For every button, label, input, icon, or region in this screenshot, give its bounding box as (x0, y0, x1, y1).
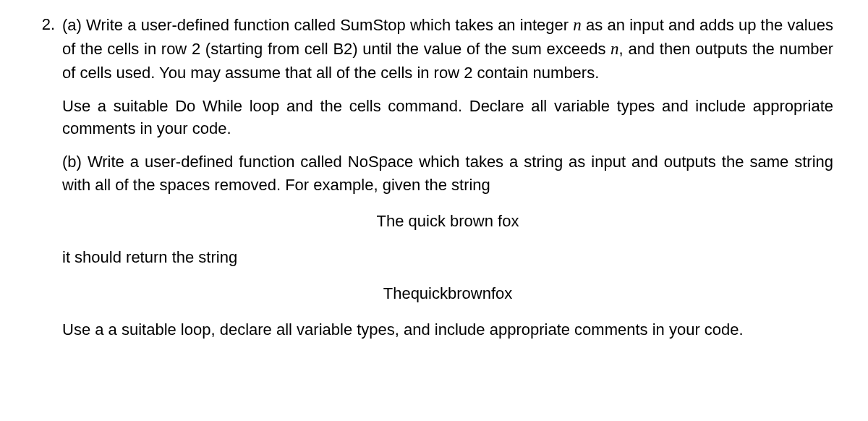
question-number: 2. (35, 13, 55, 352)
part-b-label: (b) (62, 153, 82, 171)
variable-n-2: n (610, 40, 619, 58)
part-a-paragraph-2: Use a suitable Do While loop and the cel… (62, 95, 833, 141)
question-container: 2. (a) Write a user-defined function cal… (35, 13, 833, 352)
part-a-paragraph-1: (a) Write a user-defined function called… (62, 13, 833, 85)
part-b-paragraph-1: (b) Write a user-defined function called… (62, 150, 833, 197)
part-a-text-1a: Write a user-defined function called Sum… (86, 16, 573, 34)
example-input: The quick brown fox (62, 210, 833, 233)
part-b-paragraph-3: Use a a suitable loop, declare all varia… (62, 318, 833, 341)
part-a-label: (a) (62, 16, 82, 34)
part-b-text-1: Write a user-defined function called NoS… (62, 153, 833, 194)
variable-n-1: n (573, 16, 582, 34)
question-body: (a) Write a user-defined function called… (62, 13, 833, 352)
part-b-paragraph-2: it should return the string (62, 246, 833, 269)
example-output: Thequickbrownfox (62, 282, 833, 305)
